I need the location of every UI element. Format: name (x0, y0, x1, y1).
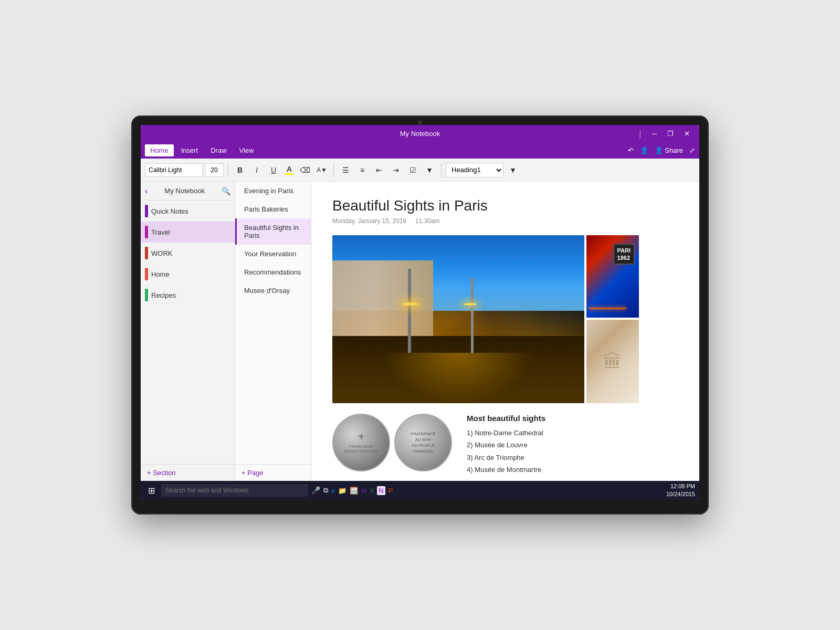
close-button[interactable]: ✕ (681, 129, 693, 139)
toolbar-separator-3 (441, 163, 442, 177)
section-color-home (145, 268, 148, 280)
start-button[interactable]: ⊞ (145, 486, 158, 496)
microphone-icon: 🎤 (311, 486, 320, 495)
excel-icon[interactable]: X (370, 487, 374, 495)
add-page-button[interactable]: + Page (235, 464, 311, 481)
page-item-beautiful-sights[interactable]: Beautiful Sights in Paris (235, 218, 311, 245)
font-family-input[interactable] (145, 163, 203, 177)
section-color-travel (145, 226, 148, 238)
taskbar-search[interactable] (161, 484, 308, 497)
separator: | (636, 127, 645, 140)
paris-street-image (332, 235, 584, 403)
eraser-button[interactable]: ⌫ (298, 163, 312, 177)
menu-bar-right: ↶ 👤 👤 Share ⤢ (628, 146, 695, 154)
sights-list: Most beautiful sights 1) Notre-Dame Cath… (456, 414, 678, 476)
search-icon[interactable]: 🔍 (222, 187, 230, 195)
undo-button[interactable]: ↶ (628, 146, 634, 154)
outdent-button[interactable]: ⇤ (372, 163, 386, 177)
system-time: 12:08 PM (666, 482, 695, 490)
screen: My Notebook | ─ ❐ ✕ Home Insert Draw Vie… (141, 125, 699, 500)
paris-street-inner (332, 235, 584, 403)
coin-1: ⚜ FRANÇAISEDÉMOCRATIQUE (332, 414, 390, 471)
toolbar-separator-2 (333, 163, 334, 177)
streetlight-2 (471, 277, 474, 353)
sign-box: PARI1862 (613, 244, 635, 265)
side-images: PARI1862 🏛 (586, 235, 639, 403)
back-button[interactable]: ‹ (145, 186, 148, 196)
restore-button[interactable]: ❐ (664, 129, 677, 139)
taskbar-icons: ⧉ e 📁 🪟 N X N P (323, 486, 393, 495)
note-title: Beautiful Sights in Paris (332, 197, 678, 214)
menu-bar: Home Insert Draw View ↶ 👤 👤 Share ⤢ (141, 142, 699, 159)
account-button[interactable]: 👤 (640, 146, 648, 154)
neon-line (589, 308, 626, 309)
bullets-button[interactable]: ☰ (338, 163, 353, 177)
page-item-musee[interactable]: Musee d'Orsay (235, 281, 311, 300)
sidebar-title: My Notebook (151, 187, 218, 195)
sculpture-icon: 🏛 (603, 351, 622, 373)
title-bar: My Notebook | ─ ❐ ✕ (141, 125, 699, 142)
sidebar: ‹ My Notebook 🔍 Quick Notes Travel (141, 182, 235, 481)
sights-items: 1) Notre-Dame Cathedral 2) Musée de Louv… (467, 427, 678, 476)
sign-text: PARI1862 (617, 247, 631, 262)
bold-button[interactable]: B (233, 163, 247, 177)
sidebar-item-quicknotes[interactable]: Quick Notes (141, 201, 235, 222)
share-button[interactable]: 👤 Share (655, 146, 683, 154)
page-item-reservation[interactable]: Your Reservation (235, 245, 311, 263)
sight-item-4: 4) Musée de Montmartre (467, 464, 678, 476)
road-reflection (383, 353, 534, 403)
pages-panel: Evening in Paris Paris Bakeries Beautifu… (235, 182, 311, 481)
underline-button[interactable]: U (266, 163, 281, 177)
section-color-quicknotes (145, 205, 148, 217)
powerpoint-icon[interactable]: P (388, 487, 393, 495)
main-area: ‹ My Notebook 🔍 Quick Notes Travel (141, 182, 699, 481)
onenote2-icon[interactable]: N (377, 486, 385, 495)
page-item-evening[interactable]: Evening in Paris (235, 182, 311, 200)
page-item-bakeries[interactable]: Paris Bakeries (235, 200, 311, 218)
add-section-button[interactable]: + Section (141, 464, 235, 481)
page-item-recommendations[interactable]: Recommendations (235, 263, 311, 281)
checkbox-dropdown[interactable]: ▼ (422, 163, 437, 177)
note-images: PARI1862 🏛 (332, 235, 678, 403)
expand-button[interactable]: ⤢ (689, 146, 695, 154)
minimize-button[interactable]: ─ (649, 129, 660, 139)
sidebar-item-travel[interactable]: Travel (141, 222, 235, 243)
heading-dropdown[interactable]: ▼ (506, 163, 520, 177)
window-controls: | ─ ❐ ✕ (636, 127, 693, 140)
toolbar-separator-1 (228, 163, 228, 177)
indent-button[interactable]: ⇥ (388, 163, 403, 177)
menu-view[interactable]: View (234, 144, 259, 156)
store-icon[interactable]: 🪟 (350, 487, 358, 495)
menu-home[interactable]: Home (145, 144, 174, 156)
sidebar-item-home[interactable]: Home (141, 264, 235, 285)
font-size-input[interactable] (205, 163, 224, 177)
section-color-work (145, 247, 148, 259)
font-color-button[interactable]: A▼ (314, 163, 329, 177)
content-area[interactable]: Beautiful Sights in Paris Monday, Januar… (311, 182, 699, 481)
camera (418, 120, 422, 124)
sidebar-header: ‹ My Notebook 🔍 (141, 182, 235, 201)
sights-title: Most beautiful sights (467, 414, 678, 423)
folder-icon[interactable]: 📁 (338, 487, 346, 495)
menu-draw[interactable]: Draw (205, 144, 232, 156)
italic-button[interactable]: I (249, 163, 264, 177)
task-view-icon[interactable]: ⧉ (323, 486, 328, 495)
checkbox-button[interactable]: ☑ (405, 163, 420, 177)
neon-signs-image: PARI1862 (586, 235, 639, 318)
neon-signs-inner: PARI1862 (586, 235, 639, 318)
numbering-button[interactable]: ≡ (355, 163, 370, 177)
coin-1-text: ⚜ FRANÇAISEDÉMOCRATIQUE (344, 432, 379, 454)
heading-select[interactable]: Heading1 Heading2 Normal (446, 163, 503, 177)
sight-item-1: 1) Notre-Dame Cathedral (467, 427, 678, 439)
sidebar-item-recipes[interactable]: Recipes (141, 285, 235, 306)
streetlight-1 (408, 269, 411, 353)
device-frame: My Notebook | ─ ❐ ✕ Home Insert Draw Vie… (131, 116, 709, 514)
highlight-button[interactable]: A (283, 164, 296, 176)
system-date: 10/24/2015 (666, 490, 695, 498)
taskbar: ⊞ 🎤 ⧉ e 📁 🪟 N X N P 12:08 PM 10/24/2015 (141, 481, 699, 500)
note-time: 11:30am (415, 217, 440, 225)
onenote-icon[interactable]: N (361, 487, 366, 495)
edge-icon[interactable]: e (331, 487, 335, 495)
sidebar-item-work[interactable]: WORK (141, 243, 235, 264)
menu-insert[interactable]: Insert (176, 144, 204, 156)
